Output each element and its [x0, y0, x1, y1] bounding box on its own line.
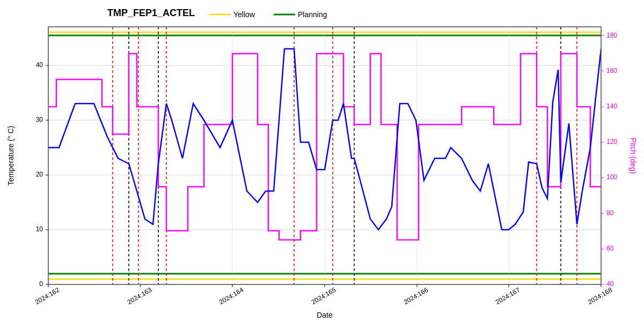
y-right-tick-100: 100 — [606, 173, 617, 181]
y-right-tick-80: 80 — [606, 209, 614, 217]
chart-container: TMP_FEP1_ACTEL Yellow Planning 0 10 20 3… — [0, 0, 644, 322]
y-right-tick-140: 140 — [606, 103, 617, 110]
y-right-tick-40: 40 — [606, 280, 614, 288]
legend-planning-label: Planning — [298, 10, 327, 19]
y-tick-10: 10 — [36, 225, 43, 233]
legend-yellow-label: Yellow — [233, 10, 255, 19]
x-axis-label: Date — [317, 311, 333, 319]
y-right-tick-160: 160 — [606, 67, 617, 75]
y-tick-20: 20 — [36, 171, 43, 178]
y-right-tick-60: 60 — [606, 245, 614, 252]
y-left-axis-label: Temperature (° C) — [6, 126, 15, 185]
y-right-tick-120: 120 — [606, 138, 617, 145]
y-right-tick-180: 180 — [606, 32, 617, 39]
y-tick-30: 30 — [36, 116, 43, 123]
y-tick-0: 0 — [39, 280, 43, 288]
chart-title: TMP_FEP1_ACTEL — [107, 8, 195, 18]
y-right-axis-label: Pitch (deg) — [629, 137, 638, 174]
y-tick-40: 40 — [36, 61, 43, 69]
